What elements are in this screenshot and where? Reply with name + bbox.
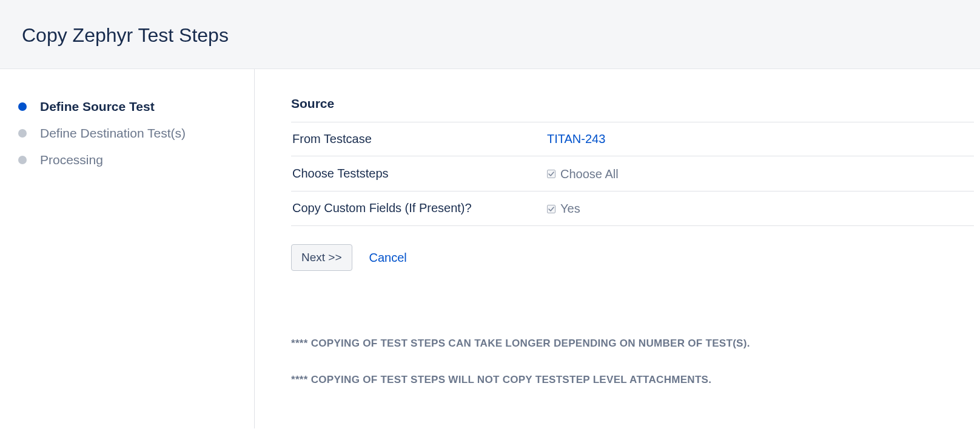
step-list: Define Source Test Define Destination Te… [18,93,236,173]
choose-all-label: Choose All [560,167,619,181]
wizard-sidebar: Define Source Test Define Destination Te… [0,69,255,428]
from-testcase-label: From Testcase [291,122,546,156]
cancel-button[interactable]: Cancel [369,251,407,265]
step-bullet-icon [18,102,27,111]
main-panel: Source From Testcase TITAN-243 Choose Te… [255,69,980,428]
row-copy-custom-fields: Copy Custom Fields (If Present)? Yes [291,191,974,226]
step-label: Processing [40,153,103,167]
source-form-table: From Testcase TITAN-243 Choose Teststeps… [291,122,974,226]
copy-custom-fields-value-cell: Yes [546,191,974,226]
step-bullet-icon [18,156,27,164]
checkbox-icon [547,170,555,178]
step-define-destination[interactable]: Define Destination Test(s) [18,120,236,147]
button-row: Next >> Cancel [291,244,974,271]
step-processing[interactable]: Processing [18,147,236,173]
step-define-source[interactable]: Define Source Test [18,93,236,120]
step-bullet-icon [18,129,27,138]
choose-all-checkbox-wrap[interactable]: Choose All [547,167,619,181]
next-button[interactable]: Next >> [291,244,352,271]
choose-teststeps-label: Choose Teststeps [291,156,546,191]
section-title: Source [291,96,974,111]
from-testcase-link[interactable]: TITAN-243 [547,132,605,145]
step-label: Define Source Test [40,99,155,114]
note-copy-time: **** COPYING OF TEST STEPS CAN TAKE LONG… [291,338,974,350]
copy-custom-yes-label: Yes [560,202,580,216]
copy-custom-checkbox-wrap[interactable]: Yes [547,202,580,216]
copy-custom-fields-label: Copy Custom Fields (If Present)? [291,191,546,226]
page-header: Copy Zephyr Test Steps [0,0,980,69]
row-from-testcase: From Testcase TITAN-243 [291,122,974,156]
step-label: Define Destination Test(s) [40,126,186,141]
from-testcase-value-cell: TITAN-243 [546,122,974,156]
note-attachments: **** COPYING OF TEST STEPS WILL NOT COPY… [291,374,974,386]
row-choose-teststeps: Choose Teststeps Choose All [291,156,974,191]
checkbox-icon [547,205,555,213]
choose-teststeps-value-cell: Choose All [546,156,974,191]
notes-block: **** COPYING OF TEST STEPS CAN TAKE LONG… [291,338,974,386]
content-wrapper: Define Source Test Define Destination Te… [0,69,980,428]
page-title: Copy Zephyr Test Steps [22,24,958,47]
